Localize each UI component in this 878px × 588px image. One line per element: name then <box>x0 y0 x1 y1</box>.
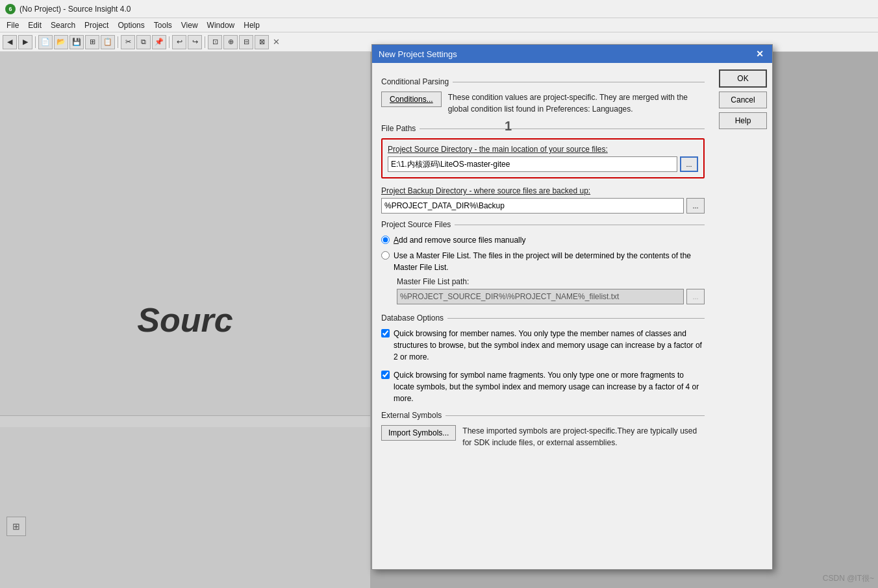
toolbar-btn6[interactable]: ⊡ <box>208 35 222 49</box>
app-icon: 6 <box>5 4 16 14</box>
external-symbols-label: External Symbols <box>381 411 442 420</box>
master-file-input-row: ... <box>397 289 705 304</box>
backup-dir-browse-button[interactable]: ... <box>686 198 705 214</box>
menu-view[interactable]: View <box>177 19 202 31</box>
backup-dir-label: Project Backup Directory - where source … <box>381 186 705 195</box>
toolbar-sep-3 <box>169 36 169 48</box>
toolbar-btn8[interactable]: ⊟ <box>239 35 253 49</box>
step-number-1: 1 <box>505 119 512 134</box>
menu-tools[interactable]: Tools <box>150 19 176 31</box>
dialog-body: Conditional Parsing Conditions... These … <box>372 63 772 569</box>
sync-button[interactable]: ⊞ <box>85 35 99 49</box>
help-button[interactable]: Help <box>719 112 767 129</box>
conditional-parsing-label: Conditional Parsing <box>381 77 449 86</box>
file-paths-label: File Paths <box>381 124 416 133</box>
radio-manual-label-underline: A <box>394 236 399 245</box>
checkbox-row-2: Quick browsing for symbol name fragments… <box>381 369 705 404</box>
undo-button[interactable]: ↩ <box>172 35 186 49</box>
external-symbols-description: These imported symbols are project-speci… <box>462 425 705 448</box>
title-bar: 6 (No Project) - Source Insight 4.0 <box>0 0 878 18</box>
external-symbols-row: Import Symbols... These imported symbols… <box>381 425 705 448</box>
paste-button[interactable]: 📌 <box>152 35 166 49</box>
radio-master-file-label: Use a Master File List. The files in the… <box>394 250 705 273</box>
section-line-3 <box>455 225 705 225</box>
backup-dir-input[interactable] <box>381 198 684 214</box>
back-button[interactable]: ◀ <box>3 35 17 49</box>
master-file-browse-button[interactable]: ... <box>686 289 705 304</box>
section-line-1 <box>453 82 705 82</box>
copy-button[interactable]: ⧉ <box>136 35 151 49</box>
title-bar-text: (No Project) - Source Insight 4.0 <box>19 5 131 14</box>
redo-button[interactable]: ↪ <box>188 35 202 49</box>
menu-options[interactable]: Options <box>114 19 148 31</box>
radio-manual-label: Add and remove source files manually <box>394 234 525 246</box>
main-content-area: Sourc <box>0 52 370 588</box>
dialog-title: New Project Settings <box>379 49 457 59</box>
source-dir-row: ... <box>388 156 698 172</box>
horizontal-scrollbar[interactable] <box>0 415 370 427</box>
checkbox-row-1: Quick browsing for member names. You onl… <box>381 328 705 363</box>
conditions-description: These condition values are project-speci… <box>448 92 705 115</box>
radio-master-file[interactable] <box>381 251 390 260</box>
quick-browse-fragments-checkbox[interactable] <box>381 371 390 379</box>
quick-browse-members-label: Quick browsing for member names. You onl… <box>394 328 705 363</box>
source-dir-input[interactable] <box>388 156 677 172</box>
source-dir-browse-button[interactable]: ... <box>680 156 698 172</box>
quick-browse-members-checkbox[interactable] <box>381 329 390 337</box>
cancel-button[interactable]: Cancel <box>719 92 767 108</box>
new-button[interactable]: 📄 <box>38 35 53 49</box>
new-project-settings-dialog: New Project Settings ✕ Conditional Parsi… <box>371 44 773 570</box>
toolbar-sep-1 <box>35 36 36 48</box>
open-button[interactable]: 📂 <box>54 35 68 49</box>
save-button[interactable]: 💾 <box>69 35 84 49</box>
forward-button[interactable]: ▶ <box>18 35 32 49</box>
toolbar-x: ✕ <box>273 37 280 47</box>
project-source-files-header: Project Source Files <box>381 220 705 229</box>
conditional-parsing-section-header: Conditional Parsing <box>381 77 705 86</box>
toolbar-btn5[interactable]: 📋 <box>101 35 115 49</box>
source-dir-highlight-box: Project Source Directory - the main loca… <box>381 138 705 178</box>
section-line-5 <box>445 415 705 416</box>
radio-manual[interactable] <box>381 236 390 244</box>
section-line-4 <box>447 318 705 319</box>
dialog-button-panel: OK Cancel Help <box>714 63 772 569</box>
master-file-input[interactable] <box>397 289 684 304</box>
watermark: CSDN @IT很~ <box>823 573 874 584</box>
cut-button[interactable]: ✂ <box>121 35 135 49</box>
master-file-path-container: Master File List path: ... <box>397 277 705 304</box>
toolbar-btn7[interactable]: ⊕ <box>223 35 238 49</box>
toolbar-sep-4 <box>205 36 205 48</box>
menu-help[interactable]: Help <box>240 19 264 31</box>
conditions-button[interactable]: Conditions... <box>381 92 442 107</box>
section-line-2 <box>420 129 705 129</box>
radio-row-2: Use a Master File List. The files in the… <box>381 250 705 273</box>
source-files-radio-group: Add and remove source files manually Use… <box>381 234 705 273</box>
backup-dir-row: ... <box>381 198 705 214</box>
toolbar-sep-2 <box>118 36 118 48</box>
import-symbols-button[interactable]: Import Symbols... <box>381 425 456 441</box>
quick-browse-fragments-label: Quick browsing for symbol name fragments… <box>394 369 705 404</box>
menu-file[interactable]: File <box>3 19 23 31</box>
dialog-close-button[interactable]: ✕ <box>754 48 766 60</box>
menu-search[interactable]: Search <box>47 19 79 31</box>
project-source-files-label: Project Source Files <box>381 220 451 229</box>
external-symbols-header: External Symbols <box>381 411 705 420</box>
dialog-main-content: Conditional Parsing Conditions... These … <box>372 63 714 569</box>
menu-project[interactable]: Project <box>81 19 112 31</box>
database-options-header: Database Options <box>381 313 705 323</box>
radio-manual-label-rest: dd and remove source files manually <box>399 236 525 245</box>
ok-button[interactable]: OK <box>719 69 767 88</box>
backup-dir-container: Project Backup Directory - where source … <box>381 186 705 214</box>
file-paths-container: File Paths 1 Project Source Directory - … <box>381 124 705 214</box>
dialog-title-bar: New Project Settings ✕ <box>372 45 772 63</box>
master-file-list-label: Master File List path: <box>397 277 705 286</box>
file-paths-section-header: File Paths <box>381 124 705 133</box>
menu-bar: File Edit Search Project Options Tools V… <box>0 18 878 32</box>
source-dir-label: Project Source Directory - the main loca… <box>388 145 698 154</box>
toolbar-btn9[interactable]: ⊠ <box>255 35 269 49</box>
menu-window[interactable]: Window <box>203 19 239 31</box>
source-insight-text: Sourc <box>137 300 232 339</box>
menu-edit[interactable]: Edit <box>24 19 45 31</box>
left-panel-icon: ⊞ <box>6 517 26 536</box>
conditions-row: Conditions... These condition values are… <box>381 92 705 115</box>
